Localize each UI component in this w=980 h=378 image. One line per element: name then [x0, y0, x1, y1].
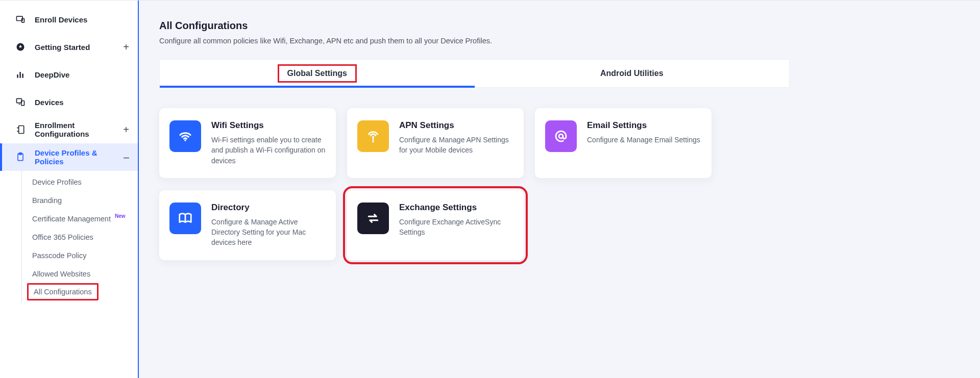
sidebar-sub-office-365-policies[interactable]: Office 365 Policies [22, 228, 138, 246]
sidebar-sub-label: Passcode Policy [32, 251, 86, 260]
card-email-settings[interactable]: Email Settings Configure & Manage Email … [535, 108, 712, 178]
devices-icon [15, 97, 26, 107]
sidebar-item-label: Devices [35, 98, 64, 107]
card-apn-settings[interactable]: APN Settings Configure & Manage APN Sett… [347, 108, 524, 178]
clipboard-icon [15, 152, 26, 162]
card-wifi-settings[interactable]: Wifi Settings Wi-Fi settings enable you … [159, 108, 336, 178]
sidebar-item-label: Device Profiles & Policies [35, 148, 105, 166]
collapse-icon: – [124, 152, 129, 162]
sidebar-sub-label: Allowed Websites [32, 270, 90, 278]
svg-rect-10 [19, 153, 22, 155]
expand-icon: + [123, 124, 129, 135]
expand-icon: + [123, 42, 129, 52]
sidebar-item-getting-started[interactable]: Getting Started + [0, 33, 138, 61]
card-title: Directory [211, 203, 326, 213]
tabs: Global Settings Android Utilities [159, 59, 790, 88]
sidebar-sub-device-profiles[interactable]: Device Profiles [22, 173, 138, 191]
star-icon [15, 42, 26, 52]
card-title: APN Settings [399, 120, 513, 131]
tab-label: Global Settings [278, 64, 357, 83]
sidebar-item-label: Enrollment Configurations [35, 121, 105, 138]
sidebar-item-device-profiles-policies[interactable]: Device Profiles & Policies – [0, 143, 138, 171]
card-title: Wifi Settings [211, 120, 326, 131]
card-directory[interactable]: Directory Configure & Manage Active Dire… [159, 190, 336, 260]
card-title: Exchange Settings [399, 203, 513, 213]
enroll-devices-icon [15, 14, 26, 24]
sidebar-item-devices[interactable]: Devices [0, 88, 138, 116]
antenna-icon [357, 120, 389, 152]
sidebar-sub-certificate-management[interactable]: Certificate Management New [22, 210, 138, 228]
sidebar-sub-passcode-policy[interactable]: Passcode Policy [22, 246, 138, 265]
wifi-icon [169, 120, 201, 152]
tab-global-settings[interactable]: Global Settings [160, 60, 475, 87]
svg-rect-8 [19, 126, 24, 134]
svg-rect-5 [22, 73, 23, 78]
sidebar-sub-label: Office 365 Policies [32, 233, 93, 241]
new-badge: New [115, 213, 126, 219]
sidebar-sub-allowed-websites[interactable]: Allowed Websites [22, 265, 138, 283]
sidebar-sub-all-configurations[interactable]: All Configurations [27, 283, 99, 300]
svg-rect-4 [19, 72, 21, 78]
sidebar-item-label: Getting Started [35, 43, 90, 52]
sidebar-sub-label: Certificate Management [32, 215, 111, 223]
tab-label: Android Utilities [600, 69, 664, 78]
sidebar-item-enroll-devices[interactable]: Enroll Devices [0, 6, 138, 33]
card-desc: Wi-Fi settings enable you to create and … [211, 135, 326, 166]
at-sign-icon [545, 120, 577, 152]
sidebar: Enroll Devices Getting Started + DeepDiv… [0, 1, 139, 378]
book-icon [169, 203, 201, 234]
main-content: All Configurations Configure all common … [139, 1, 980, 378]
card-exchange-settings[interactable]: Exchange Settings Configure Exchange Act… [347, 190, 524, 260]
page-subtitle: Configure all common policies like Wifi,… [159, 37, 970, 45]
cards-grid: Wifi Settings Wi-Fi settings enable you … [159, 108, 721, 260]
svg-point-11 [184, 140, 186, 141]
card-desc: Configure & Manage Email Settings [587, 135, 700, 145]
page-title: All Configurations [159, 20, 970, 32]
sidebar-sub-label: All Configurations [34, 288, 92, 296]
sidebar-item-label: Enroll Devices [35, 15, 87, 24]
sidebar-item-enrollment-configurations[interactable]: Enrollment Configurations + [0, 116, 138, 143]
svg-rect-3 [17, 74, 18, 78]
enrollment-config-icon [15, 124, 26, 135]
sidebar-sub-branding[interactable]: Branding [22, 191, 138, 210]
exchange-icon [357, 203, 389, 234]
card-desc: Configure & Manage Active Directory Sett… [211, 217, 326, 248]
sidebar-sub-label: Device Profiles [32, 178, 82, 186]
sidebar-item-deepdive[interactable]: DeepDive [0, 61, 138, 88]
card-title: Email Settings [587, 120, 700, 131]
bar-chart-icon [15, 69, 26, 80]
sidebar-sub-label: Branding [32, 196, 62, 205]
tab-android-utilities[interactable]: Android Utilities [475, 60, 790, 87]
sidebar-sublist: Device Profiles Branding Certificate Man… [21, 171, 138, 303]
card-desc: Configure & Manage APN Settings for your… [399, 135, 513, 156]
sidebar-item-label: DeepDive [35, 70, 69, 79]
card-desc: Configure Exchange ActiveSync Settings [399, 217, 513, 238]
